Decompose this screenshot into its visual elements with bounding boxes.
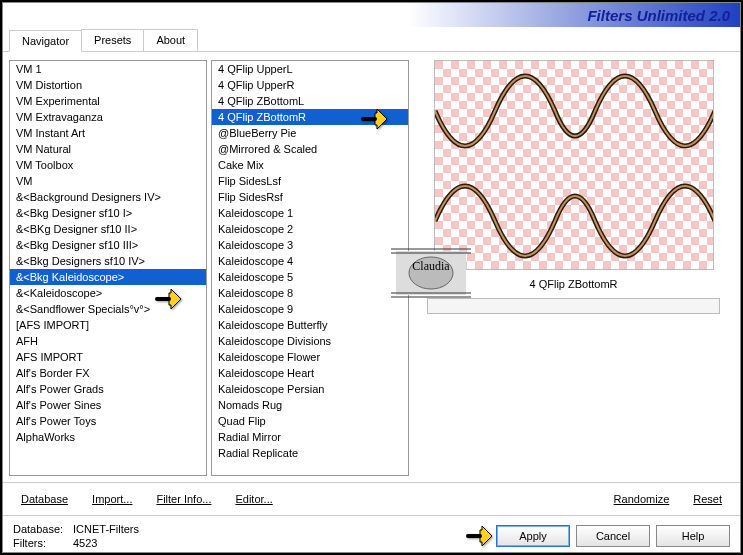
tab-about[interactable]: About [143,29,198,51]
filter-item[interactable]: Kaleidoscope Butterfly [212,317,408,333]
category-item[interactable]: [AFS IMPORT] [10,317,206,333]
category-item[interactable]: VM [10,173,206,189]
help-button[interactable]: Help [656,525,730,547]
filter-item[interactable]: Kaleidoscope Divisions [212,333,408,349]
filter-item[interactable]: @BlueBerry Pie [212,125,408,141]
category-item[interactable]: VM Instant Art [10,125,206,141]
watermark-badge: Claudia [391,243,471,303]
category-item[interactable]: &<Bkg Designers sf10 IV> [10,253,206,269]
database-link[interactable]: Database [11,489,78,509]
apply-button[interactable]: Apply [496,525,570,547]
filter-item[interactable]: Kaleidoscope 5 [212,269,408,285]
bottom-bar: Database: ICNET-Filters Filters: 4523 Ap… [3,515,740,555]
filter-item[interactable]: 4 QFlip UpperR [212,77,408,93]
import-link[interactable]: Import... [82,489,142,509]
category-pane: VM 1VM DistortionVM ExperimentalVM Extra… [9,60,207,476]
category-item[interactable]: Alf's Power Toys [10,413,206,429]
filter-item[interactable]: Radial Replicate [212,445,408,461]
filter-item[interactable]: Kaleidoscope Flower [212,349,408,365]
category-item[interactable]: &<BKg Designer sf10 II> [10,221,206,237]
dialog-window: Filters Unlimited 2.0 Navigator Presets … [2,2,741,553]
filter-item[interactable]: 4 QFlip ZBottomR [212,109,408,125]
filter-item[interactable]: Kaleidoscope Persian [212,381,408,397]
category-item[interactable]: Alf's Border FX [10,365,206,381]
filter-item[interactable]: Radial Mirror [212,429,408,445]
pointer-icon [466,525,496,547]
filter-item[interactable]: Nomads Rug [212,397,408,413]
filter-item[interactable]: Flip SidesLsf [212,173,408,189]
filter-item[interactable]: Cake Mix [212,157,408,173]
filter-item[interactable]: Kaleidoscope 3 [212,237,408,253]
tab-navigator[interactable]: Navigator [9,30,82,52]
filter-item[interactable]: 4 QFlip UpperL [212,61,408,77]
preview-image [434,60,714,270]
category-item[interactable]: AlphaWorks [10,429,206,445]
tab-presets[interactable]: Presets [81,29,144,51]
category-item[interactable]: VM Extravaganza [10,109,206,125]
filter-item[interactable]: Kaleidoscope 1 [212,205,408,221]
filter-item[interactable]: 4 QFlip ZBottomL [212,93,408,109]
filter-item[interactable]: Flip SidesRsf [212,189,408,205]
editor-link[interactable]: Editor... [225,489,282,509]
watermark-text: Claudia [412,259,450,273]
main-panel: VM 1VM DistortionVM ExperimentalVM Extra… [3,52,740,482]
filter-item[interactable]: @Mirrored & Scaled [212,141,408,157]
category-item[interactable]: VM 1 [10,61,206,77]
tab-bar: Navigator Presets About [3,29,740,52]
randomize-link[interactable]: Randomize [604,489,680,509]
category-item[interactable]: &<Bkg Kaleidoscope> [10,269,206,285]
filter-pane: 4 QFlip UpperL4 QFlip UpperR4 QFlip ZBot… [211,60,409,476]
filter-item[interactable]: Kaleidoscope 4 [212,253,408,269]
filter-item[interactable]: Kaleidoscope Heart [212,365,408,381]
filter-item[interactable]: Kaleidoscope 9 [212,301,408,317]
filter-info-link[interactable]: Filter Info... [146,489,221,509]
filter-item[interactable]: Kaleidoscope 8 [212,285,408,301]
filter-list[interactable]: 4 QFlip UpperL4 QFlip UpperR4 QFlip ZBot… [211,60,409,476]
app-title: Filters Unlimited 2.0 [587,7,730,24]
status-db-value: ICNET-Filters [73,522,139,536]
category-item[interactable]: &<Background Designers IV> [10,189,206,205]
category-item[interactable]: AFS IMPORT [10,349,206,365]
category-item[interactable]: Alf's Power Grads [10,381,206,397]
reset-link[interactable]: Reset [683,489,732,509]
category-item[interactable]: &<Bkg Designer sf10 III> [10,237,206,253]
cancel-button[interactable]: Cancel [576,525,650,547]
category-item[interactable]: VM Distortion [10,77,206,93]
status-filters-label: Filters: [13,536,73,550]
status-filters-value: 4523 [73,536,97,550]
category-list[interactable]: VM 1VM DistortionVM ExperimentalVM Extra… [9,60,207,476]
category-item[interactable]: VM Natural [10,141,206,157]
status-db-label: Database: [13,522,73,536]
filter-item[interactable]: Quad Flip [212,413,408,429]
dialog-buttons: Apply Cancel Help [496,525,730,547]
status-block: Database: ICNET-Filters Filters: 4523 [13,522,139,550]
category-item[interactable]: VM Experimental [10,93,206,109]
category-item[interactable]: AFH [10,333,206,349]
filter-item[interactable]: Kaleidoscope 2 [212,221,408,237]
category-item[interactable]: &<Sandflower Specials°v°> [10,301,206,317]
category-item[interactable]: &<Bkg Designer sf10 I> [10,205,206,221]
title-bar: Filters Unlimited 2.0 [3,3,740,27]
spacer [287,489,600,509]
category-item[interactable]: &<Kaleidoscope> [10,285,206,301]
category-item[interactable]: Alf's Power Sines [10,397,206,413]
category-item[interactable]: VM Toolbox [10,157,206,173]
link-button-row: Database Import... Filter Info... Editor… [3,482,740,515]
